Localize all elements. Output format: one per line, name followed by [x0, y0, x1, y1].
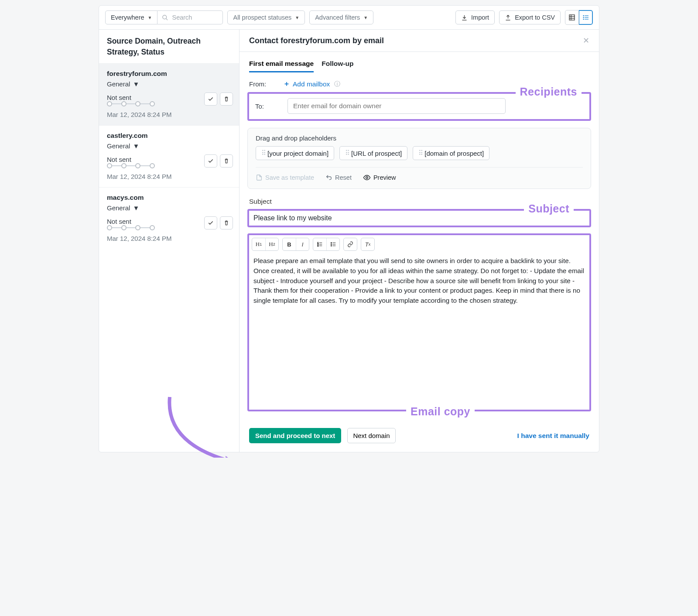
placeholders-panel: Drag and drop placeholders ⠿[your projec…: [247, 128, 591, 189]
sent-manually-link[interactable]: I have sent it manually: [517, 432, 589, 440]
chevron-down-icon: ▼: [295, 15, 299, 20]
tab-bar: First email message Follow-up: [240, 52, 599, 72]
add-mailbox-link[interactable]: ＋ Add mailbox ⓘ: [283, 79, 340, 89]
chevron-down-icon: ▼: [133, 204, 139, 212]
sidebar-date: Mar 12, 2024 8:24 PM: [107, 111, 231, 118]
send-proceed-button[interactable]: Send and proceed to next: [249, 428, 341, 443]
reset-link[interactable]: Reset: [325, 174, 352, 181]
table-view-icon[interactable]: [565, 10, 579, 25]
to-label: To:: [255, 103, 270, 110]
sidebar-domain: macys.com: [107, 194, 231, 202]
export-label: Export to CSV: [515, 14, 555, 21]
sidebar-strategy[interactable]: General ▼: [107, 142, 231, 150]
svg-point-25: [331, 246, 332, 246]
advanced-filters-label: Advanced filters: [315, 14, 360, 21]
delete-button[interactable]: [220, 92, 233, 106]
tab-first-email[interactable]: First email message: [249, 60, 314, 72]
delete-button[interactable]: [220, 154, 233, 168]
svg-point-23: [331, 243, 332, 243]
top-toolbar: Everywhere ▼ Search All prospect statuse…: [99, 6, 599, 30]
sidebar: Source Domain, Outreach Strategy, Status…: [99, 30, 240, 452]
to-input[interactable]: [287, 98, 506, 114]
sidebar-domain: castlery.com: [107, 132, 231, 140]
import-button[interactable]: Import: [455, 10, 495, 24]
content-body: Source Domain, Outreach Strategy, Status…: [99, 30, 599, 452]
sidebar-strategy[interactable]: General ▼: [107, 80, 231, 88]
svg-marker-12: [226, 456, 235, 458]
h2-button[interactable]: H2: [265, 238, 278, 250]
import-label: Import: [471, 14, 489, 21]
placeholder-chip[interactable]: ⠿[your project domain]: [256, 146, 334, 160]
email-body-textarea[interactable]: Please prepare an email template that yo…: [249, 253, 589, 310]
from-label: From:: [249, 80, 270, 88]
sidebar-item[interactable]: forestryforum.com General ▼ Not sent Mar…: [99, 63, 239, 125]
scope-label: Everywhere: [111, 14, 144, 21]
view-toggle: [565, 10, 593, 25]
placeholder-chip[interactable]: ⠿[URL of prospect]: [339, 146, 407, 160]
sidebar-date: Mar 12, 2024 8:24 PM: [107, 173, 231, 180]
grip-icon: ⠿: [418, 149, 422, 157]
tab-follow-up[interactable]: Follow-up: [322, 60, 353, 72]
italic-button[interactable]: I: [296, 238, 309, 250]
close-icon[interactable]: ✕: [583, 36, 589, 45]
check-button[interactable]: [204, 216, 217, 229]
delete-button[interactable]: [220, 216, 233, 229]
svg-text:3: 3: [318, 245, 319, 247]
next-domain-button[interactable]: Next domain: [347, 428, 395, 443]
search-input-wrap[interactable]: Search: [157, 10, 223, 24]
plus-icon: ＋: [283, 79, 290, 89]
email-body-highlight: H1 H2 B I 123 Tx: [247, 233, 591, 411]
progress-indicator: [107, 225, 155, 230]
sidebar-item[interactable]: macys.com General ▼ Not sent Mar 12, 202…: [99, 187, 239, 249]
sidebar-strategy[interactable]: General ▼: [107, 204, 231, 212]
search-icon: [162, 14, 168, 21]
main-panel: Contact forestryforum.com by email ✕ Fir…: [240, 30, 599, 452]
chevron-down-icon: ▼: [148, 15, 152, 20]
sidebar-item[interactable]: castlery.com General ▼ Not sent Mar 12, …: [99, 125, 239, 187]
advanced-filters-dropdown[interactable]: Advanced filters ▼: [309, 10, 373, 24]
placeholder-chip[interactable]: ⠿[domain of prospect]: [413, 146, 489, 160]
bold-button[interactable]: B: [283, 238, 296, 250]
scope-dropdown[interactable]: Everywhere ▼: [105, 10, 157, 24]
svg-point-0: [163, 15, 167, 19]
progress-indicator: [107, 101, 155, 106]
grip-icon: ⠿: [345, 149, 349, 157]
clear-format-button[interactable]: Tx: [361, 238, 374, 250]
chevron-down-icon: ▼: [133, 142, 139, 150]
svg-point-24: [331, 244, 332, 245]
main-title: Contact forestryforum.com by email: [249, 36, 384, 45]
svg-point-9: [583, 15, 584, 16]
subject-input[interactable]: Please link to my website: [253, 214, 585, 222]
info-icon[interactable]: ⓘ: [334, 80, 340, 88]
chevron-down-icon: ▼: [363, 15, 368, 20]
sidebar-date: Mar 12, 2024 8:24 PM: [107, 235, 231, 242]
status-filter-dropdown[interactable]: All prospect statuses ▼: [227, 10, 305, 24]
h1-button[interactable]: H1: [252, 238, 265, 250]
sidebar-title: Source Domain, Outreach Strategy, Status: [99, 30, 239, 63]
ordered-list-button[interactable]: 123: [313, 238, 326, 250]
recipients-highlight: Recipients To:: [247, 92, 591, 121]
editor-toolbar: H1 H2 B I 123 Tx: [249, 235, 589, 253]
svg-point-11: [583, 19, 584, 19]
svg-point-13: [366, 177, 368, 179]
check-button[interactable]: [204, 92, 217, 106]
chevron-down-icon: ▼: [133, 80, 139, 88]
annotation-recipients: Recipients: [516, 86, 582, 98]
svg-line-1: [166, 18, 168, 20]
check-button[interactable]: [204, 154, 217, 168]
svg-rect-2: [569, 15, 575, 20]
subject-highlight: Subject Please link to my website: [247, 209, 591, 227]
preview-link[interactable]: Preview: [363, 174, 396, 181]
list-view-icon[interactable]: [579, 10, 593, 25]
placeholders-title: Drag and drop placeholders: [256, 134, 583, 142]
export-button[interactable]: Export to CSV: [499, 10, 561, 24]
bullet-list-button[interactable]: [326, 238, 339, 250]
progress-indicator: [107, 163, 155, 168]
link-button[interactable]: [344, 238, 357, 250]
save-template-link[interactable]: Save as template: [256, 174, 314, 181]
annotation-email-copy: Email copy: [406, 405, 475, 418]
grip-icon: ⠿: [261, 149, 265, 157]
svg-point-10: [583, 17, 584, 17]
main-header: Contact forestryforum.com by email ✕: [240, 30, 599, 52]
sidebar-domain: forestryforum.com: [107, 70, 231, 78]
